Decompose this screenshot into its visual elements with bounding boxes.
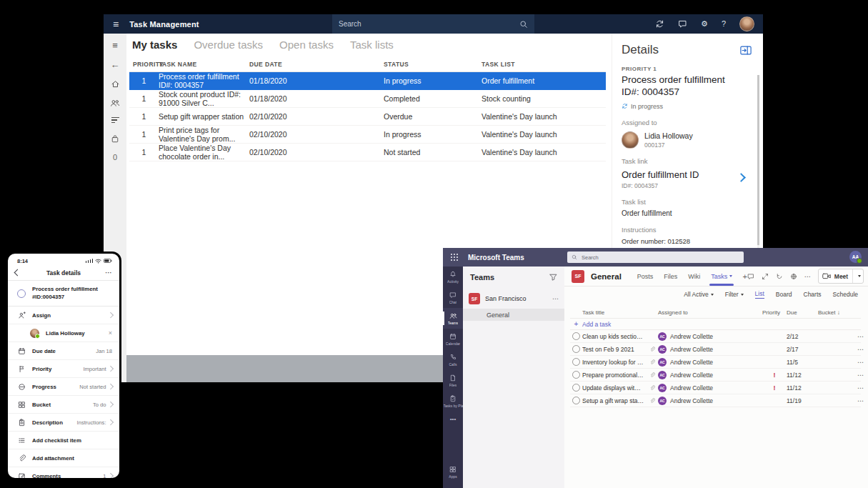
- search-box[interactable]: [332, 14, 534, 34]
- phone-task-header[interactable]: Process order fulfillment #ID:0004357: [8, 281, 119, 307]
- search-input[interactable]: [332, 19, 519, 29]
- phone-row-priority[interactable]: Priority Important: [8, 360, 119, 378]
- people-icon[interactable]: [110, 99, 120, 107]
- help-icon[interactable]: ?: [722, 20, 726, 28]
- sync-icon[interactable]: [655, 19, 664, 29]
- task-lines-icon[interactable]: [111, 117, 119, 124]
- task-row[interactable]: 1 Print price tags for Valentine's Day p…: [129, 126, 606, 144]
- rail-item-tasks-by-planner[interactable]: Tasks by Pla...: [443, 391, 463, 412]
- tab-my-tasks[interactable]: My tasks: [132, 39, 177, 51]
- phone-row-progress[interactable]: Progress Not started: [8, 378, 119, 396]
- phone-row-due-date[interactable]: Due date Jan 18: [8, 342, 119, 360]
- view-list[interactable]: List: [755, 290, 764, 299]
- remove-assignee-icon[interactable]: ×: [109, 329, 112, 337]
- new-chat-icon[interactable]: [747, 273, 754, 280]
- team-item-san-francisco[interactable]: SF San Francisco ⋯: [469, 293, 559, 304]
- planner-task-row[interactable]: Clean up kids section aisle 14 and rest.…: [570, 330, 861, 343]
- add-task-button[interactable]: + Add a task: [570, 319, 861, 330]
- more-icon[interactable]: ⋯: [847, 346, 864, 353]
- search-icon[interactable]: [519, 20, 528, 29]
- tab-tasks[interactable]: Tasks: [711, 273, 732, 280]
- assignee[interactable]: Lidia Holloway 000137: [622, 131, 746, 149]
- task-link[interactable]: Order fulfillment ID ID#: 0004357: [622, 169, 746, 189]
- back-chevron-icon[interactable]: [14, 269, 21, 277]
- planner-task-row[interactable]: Setup a gift wrap station ACAndrew Colle…: [570, 394, 861, 407]
- meet-dropdown-icon[interactable]: [853, 275, 863, 277]
- more-icon[interactable]: ⋯: [847, 359, 864, 366]
- phone-row-assignee[interactable]: Lidia Holloway ×: [8, 324, 119, 342]
- more-icon[interactable]: ⋯: [552, 295, 559, 302]
- more-icon[interactable]: ⋯: [847, 384, 864, 392]
- feedback-icon[interactable]: [678, 19, 687, 29]
- task-row[interactable]: 1 Stock count product ID#: 91000 Silver …: [129, 90, 606, 108]
- rail-item-calendar[interactable]: Calendar: [443, 329, 463, 349]
- meet-button[interactable]: Meet: [818, 269, 864, 284]
- shopping-bag-icon[interactable]: [111, 134, 119, 144]
- rail-item-apps[interactable]: Apps: [443, 462, 463, 482]
- complete-circle[interactable]: [17, 289, 26, 298]
- menu-icon[interactable]: ≡: [113, 19, 119, 29]
- globe-icon[interactable]: [790, 273, 797, 280]
- rail-item-calls[interactable]: Calls: [443, 349, 463, 370]
- expand-icon[interactable]: [762, 273, 769, 280]
- phone-row-bucket[interactable]: Bucket To do: [8, 396, 119, 414]
- teams-search-box[interactable]: [567, 252, 744, 263]
- more-icon[interactable]: ⋯: [847, 397, 864, 404]
- sidebar-menu-icon[interactable]: ≡: [112, 41, 118, 50]
- complete-circle[interactable]: [572, 345, 580, 353]
- tab-task-lists[interactable]: Task lists: [350, 39, 394, 51]
- app-launcher-icon[interactable]: [451, 254, 458, 261]
- col-task-title: Task title: [582, 309, 647, 316]
- rail-item-files[interactable]: Files: [443, 370, 463, 391]
- collapse-details-icon[interactable]: [740, 46, 752, 55]
- chevron-right-icon[interactable]: [737, 173, 746, 182]
- phone-row-add-checklist[interactable]: Add checklist item: [8, 432, 119, 449]
- channel-team-icon: SF: [572, 270, 584, 283]
- task-row[interactable]: 1 Process order fulfillment ID#: 0004357…: [129, 72, 606, 90]
- assignee-id: 000137: [644, 141, 693, 149]
- rail-item-activity[interactable]: Activity: [443, 267, 463, 287]
- more-icon[interactable]: ⋯: [847, 372, 864, 379]
- more-icon[interactable]: ⋯: [847, 333, 864, 340]
- tab-files[interactable]: Files: [664, 273, 677, 280]
- complete-circle[interactable]: [572, 384, 580, 392]
- rail-more-icon[interactable]: •••: [443, 412, 463, 426]
- view-schedule[interactable]: Schedule: [833, 291, 858, 298]
- home-icon[interactable]: [111, 79, 120, 89]
- phone-row-description[interactable]: Description Instructions:: [8, 414, 119, 432]
- all-active-dropdown[interactable]: All Active: [684, 291, 714, 298]
- phone-row-add-attachment[interactable]: Add attachment: [8, 449, 119, 467]
- planner-task-row[interactable]: Inventory lookup for Cowboy boots ... AC…: [570, 356, 861, 369]
- channel-item-general[interactable]: General: [463, 309, 564, 321]
- view-charts[interactable]: Charts: [804, 291, 822, 298]
- tab-posts[interactable]: Posts: [637, 273, 654, 280]
- view-board[interactable]: Board: [776, 291, 792, 298]
- back-arrow-icon[interactable]: ←: [111, 60, 120, 69]
- account-avatar[interactable]: [739, 16, 754, 31]
- col-bucket[interactable]: Bucket ↓: [818, 309, 847, 316]
- tab-wiki[interactable]: Wiki: [688, 273, 700, 280]
- planner-task-row[interactable]: Test on Feb 9 2021 ACAndrew Collette 2/1…: [570, 343, 861, 356]
- task-row[interactable]: 1 Place Valentine's Day chocolate order …: [129, 144, 606, 161]
- complete-circle[interactable]: [572, 397, 580, 404]
- teams-account-avatar[interactable]: AA: [849, 251, 862, 263]
- settings-gear-icon[interactable]: ⚙: [701, 20, 708, 28]
- complete-circle[interactable]: [572, 371, 580, 379]
- filter-dropdown[interactable]: Filter: [725, 291, 744, 298]
- tab-open-tasks[interactable]: Open tasks: [279, 39, 334, 51]
- phone-row-assign[interactable]: Assign: [8, 307, 119, 324]
- planner-task-row[interactable]: Update displays with Holiday poster... A…: [570, 382, 861, 394]
- more-icon[interactable]: ⋯: [804, 273, 811, 280]
- refresh-icon[interactable]: [776, 273, 783, 280]
- planner-task-row[interactable]: Prepare promotional merchandise fo... AC…: [570, 369, 861, 382]
- teams-search-input[interactable]: [580, 254, 744, 262]
- rail-item-chat[interactable]: Chat: [443, 287, 463, 308]
- task-row[interactable]: 1 Setup gift wrapper station 02/10/2020 …: [129, 108, 606, 126]
- phone-row-comments[interactable]: Comments 1: [8, 467, 119, 478]
- tab-overdue-tasks[interactable]: Overdue tasks: [194, 39, 263, 51]
- complete-circle[interactable]: [572, 358, 580, 366]
- teams-main-area: SF General Posts Files Wiki Tasks +: [564, 267, 868, 488]
- filter-funnel-icon[interactable]: [549, 274, 557, 281]
- complete-circle[interactable]: [572, 332, 580, 340]
- rail-item-teams[interactable]: Teams: [443, 308, 463, 329]
